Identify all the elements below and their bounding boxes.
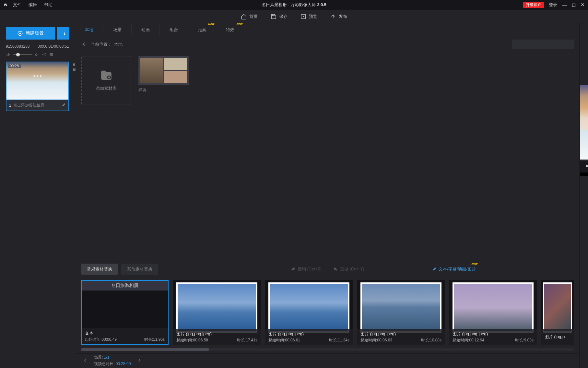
home-button[interactable]: 首页 — [241, 14, 258, 19]
sort-icon — [60, 30, 66, 36]
new-scene-label: 新建场景 — [26, 30, 44, 36]
volume-down-icon[interactable] — [6, 52, 11, 57]
clip-thumbnail — [453, 282, 534, 333]
clip-type: 文本 — [85, 330, 165, 336]
preview-button[interactable]: 预览 — [300, 14, 317, 19]
scene-controls — [6, 52, 69, 57]
save-button[interactable]: 保存 — [271, 14, 288, 19]
close-icon[interactable]: ✕ — [581, 2, 585, 8]
clip-text[interactable]: 冬日旅游相册 文本 起始时间:00:00.49时长:11.96s — [81, 280, 169, 345]
pencil-icon[interactable] — [62, 103, 66, 108]
tab-other-replace[interactable]: 其他素材替换 — [121, 264, 158, 275]
scene-preview-image: 00:28 ▲▲▲ — [6, 62, 68, 100]
redo-icon — [333, 267, 338, 272]
tab-regular-replace[interactable]: 常规素材替换 — [81, 264, 118, 275]
tab-animation[interactable]: 动画 — [132, 23, 160, 36]
clip-duration: 时长:17.41s — [237, 338, 257, 343]
folder-plus-icon — [100, 69, 113, 82]
clip-image[interactable]: 图片 (jpg,png,jpeg) 起始时间:00:06.61时长:11.34s — [265, 280, 353, 345]
new-badge: New — [208, 22, 214, 26]
publish-button[interactable]: 发布 — [330, 14, 347, 19]
video-canvas[interactable]: 冬日风景相册 — [580, 85, 588, 160]
sort-scenes-button[interactable] — [57, 27, 69, 40]
statusbar: 场景: 1/1 视频总时长: 00:28.00 — [75, 353, 580, 368]
time-display: 00:00:01/00:03:51 — [38, 44, 69, 49]
clip-start: 起始时间:00:06.61 — [268, 338, 300, 343]
clip-duration: 时长:9.03s — [515, 338, 534, 343]
more-icon[interactable] — [49, 52, 54, 57]
save-icon — [271, 14, 276, 19]
svg-point-2 — [43, 54, 44, 55]
next-scene-button[interactable] — [136, 357, 142, 364]
stamp-id: 91508883238 — [6, 44, 29, 49]
clip-type: 图片 (jpg,png,jpeg) — [176, 331, 257, 337]
clip-strip: 冬日旅游相册 文本 起始时间:00:00.49时长:11.96s 图片 (jpg… — [75, 277, 580, 348]
video-progress[interactable] — [580, 160, 588, 160]
scrollbar-thumb[interactable] — [81, 348, 209, 351]
clip-start: 起始时间:00:06.63 — [360, 338, 392, 343]
preview-icon — [300, 14, 306, 19]
back-button[interactable] — [81, 41, 87, 48]
new-badge: New — [471, 262, 477, 266]
clip-type: 图片 (jpg,png,jpeg) — [453, 331, 534, 337]
undo-button[interactable]: 撤销 (Ctrl+Z) — [290, 266, 322, 272]
timeline-scrollbar[interactable] — [81, 348, 574, 351]
clip-image[interactable]: 图片 (jpg,png,jpeg) 起始时间:00:12.94时长:9.03s — [449, 280, 537, 345]
video-preview: 冬日风景相册 00:01.61/00:28.00 — [580, 85, 588, 176]
clip-thumbnail — [543, 282, 572, 333]
undo-icon — [290, 267, 296, 272]
play-icon[interactable] — [584, 163, 588, 169]
upgrade-button[interactable]: 升级账户 — [523, 2, 544, 8]
edit-text-button[interactable]: 文本/字幕/动画/图片 New — [432, 266, 476, 272]
menu-file[interactable]: 文件 — [13, 2, 21, 8]
publish-label: 发布 — [339, 14, 347, 19]
search-box[interactable] — [512, 40, 574, 49]
arrow-left-icon — [81, 41, 87, 47]
clip-start: 起始时间:00:00.49 — [85, 337, 117, 342]
menu-help[interactable]: 帮助 — [44, 2, 53, 8]
scene-label: 场景: — [94, 355, 103, 360]
clip-image[interactable]: 图片 (jpg,p — [541, 280, 574, 345]
svg-rect-3 — [50, 53, 53, 54]
tab-combo[interactable]: 组合 — [160, 23, 188, 36]
app-title: 冬日风景相册 - 万彩影像大师 3.0.5 — [262, 2, 326, 8]
svg-rect-5 — [50, 55, 53, 56]
volume-slider[interactable] — [13, 54, 32, 55]
search-icon — [570, 42, 570, 47]
redo-button[interactable]: 重做 (Ctrl+Y) — [333, 266, 364, 272]
tab-scene[interactable]: 场景 — [103, 23, 132, 36]
plus-circle-icon — [17, 30, 23, 36]
asset-folder-sample[interactable]: 样例 — [138, 56, 189, 104]
menu-edit[interactable]: 编辑 — [29, 2, 37, 8]
scene-panel: 新建场景 91508883238 00:00:01/00:03:51 00:28… — [0, 23, 75, 368]
scene-duration-tag: 00:28 — [8, 64, 21, 68]
scene-count: 1/1 — [104, 355, 110, 360]
clip-image[interactable]: 图片 (jpg,png,jpeg) 起始时间:00:06.58时长:17.41s — [173, 280, 261, 345]
copy-scene-icon[interactable] — [72, 68, 76, 72]
delete-scene-icon[interactable] — [72, 62, 76, 66]
video-controls: 00:01.61/00:28.00 — [580, 160, 588, 172]
timeline-area: 常规素材替换 其他素材替换 撤销 (Ctrl+Z) 重做 (Ctrl+Y) 文本… — [75, 261, 580, 368]
asset-tabs: 本地 场景 动画 组合 元素New 特效New — [75, 23, 580, 36]
new-scene-button[interactable]: 新建场景 — [6, 27, 55, 40]
scene-note[interactable]: 点击添加备注信息 — [13, 102, 44, 108]
tab-local[interactable]: 本地 — [75, 23, 103, 36]
add-library-button[interactable]: 添加素材库 — [81, 56, 131, 104]
clip-thumbnail — [176, 282, 257, 333]
total-time: 00:28.00 — [116, 362, 131, 366]
minimize-icon[interactable]: — — [562, 2, 567, 8]
settings-icon[interactable] — [41, 52, 47, 57]
asset-folder-label: 样例 — [138, 88, 189, 93]
tab-element[interactable]: 元素New — [188, 23, 216, 36]
preview-panel: 冬日风景相册 00:01.61/00:28.00 — [580, 23, 588, 368]
prev-scene-button[interactable] — [82, 357, 88, 364]
login-button[interactable]: 登录 — [549, 2, 557, 8]
tab-effect[interactable]: 特效New — [216, 23, 244, 36]
scene-thumbnail[interactable]: 00:28 ▲▲▲ 1 点击添加备注信息 — [6, 62, 69, 111]
volume-up-icon[interactable] — [34, 52, 40, 57]
clip-image[interactable]: 图片 (jpg,png,jpeg) 起始时间:00:06.63时长:10.88s — [357, 280, 445, 345]
home-icon — [241, 14, 247, 19]
scene-index: 1 — [9, 103, 11, 108]
maximize-icon[interactable]: ◻ — [572, 2, 576, 8]
search-input[interactable] — [515, 42, 570, 47]
